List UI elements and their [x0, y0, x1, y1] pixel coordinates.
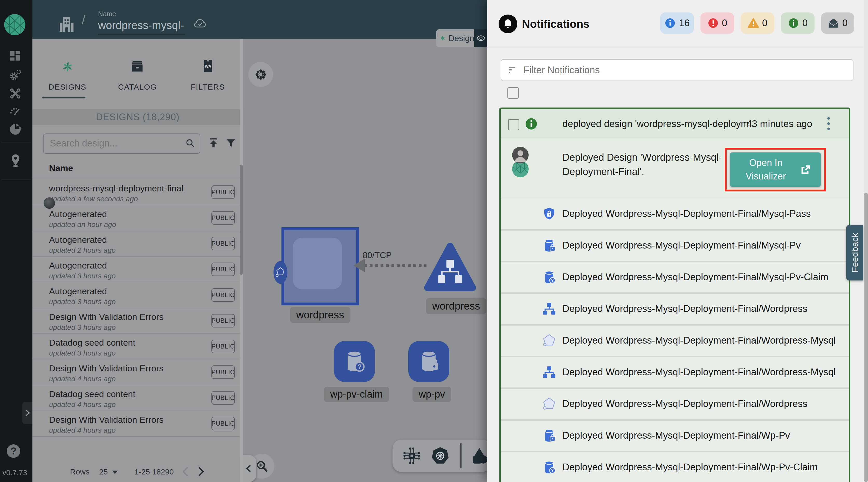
annotation-highlight-box: Open In Visualizer — [725, 148, 826, 191]
design-search-input[interactable] — [49, 137, 175, 150]
notification-summary[interactable]: deployed design 'wordpress-mysql-deploym… — [562, 118, 757, 129]
node-wp-pv[interactable] — [408, 341, 449, 382]
notification-header-row[interactable]: deployed design 'wordpress-mysql-deploym… — [501, 109, 849, 139]
design-updated: updated 4 hours ago — [49, 400, 116, 409]
organization-icon[interactable] — [58, 15, 74, 33]
header-divider — [487, 47, 868, 48]
design-row[interactable]: Datadog seed content updated 4 hours ago… — [32, 385, 240, 411]
notification-event-row[interactable]: Deployed Wordpress-Mysql-Deployment-Fina… — [501, 325, 849, 356]
design-name-input[interactable] — [98, 18, 184, 33]
design-row[interactable]: Design With Validation Errors updated 3 … — [32, 308, 240, 334]
design-spiral-icon — [439, 33, 446, 44]
notification-checkbox[interactable] — [508, 119, 519, 131]
filter-notifications-input[interactable] — [523, 63, 846, 77]
design-row[interactable]: Design With Validation Errors updated 4 … — [32, 410, 240, 436]
design-search-box — [43, 134, 200, 154]
sidebar-item-configuration[interactable] — [8, 87, 24, 102]
edge-arrowhead-icon — [353, 259, 365, 272]
meshery-logo[interactable] — [4, 14, 25, 35]
sidebar-item-performance[interactable] — [8, 105, 24, 119]
filter-designs-icon[interactable] — [225, 138, 237, 149]
badge-warning[interactable]: 0 — [741, 12, 774, 34]
notification-event-row[interactable]: Deployed Wordpress-Mysql-Deployment-Fina… — [501, 294, 849, 324]
notification-event-row[interactable]: Deployed Wordpress-Mysql-Deployment-Fina… — [501, 357, 849, 388]
notification-event-row[interactable]: Deployed Wordpress-Mysql-Deployment-Fina… — [501, 262, 849, 292]
event-text: Deployed Wordpress-Mysql-Deployment-Fina… — [562, 430, 790, 441]
sidebar-expand-handle[interactable] — [22, 402, 32, 424]
select-all-checkbox[interactable] — [507, 87, 519, 99]
node-wordpress-container[interactable] — [281, 227, 359, 305]
design-row[interactable]: Autogenerated updated 3 hours ago PUBLIC — [32, 282, 240, 308]
badge-error[interactable]: 0 — [701, 12, 734, 34]
sidebar-item-kanvas[interactable] — [8, 153, 24, 168]
open-in-visualizer-button[interactable]: Open In Visualizer — [730, 152, 821, 187]
design-row[interactable]: wordpress-mysql-deployment-final updated… — [32, 179, 240, 205]
badge-read[interactable]: 0 — [821, 12, 854, 34]
notification-menu-dots-icon[interactable] — [827, 116, 831, 131]
tab-filters-label: FILTERS — [173, 83, 243, 91]
components-chip-icon[interactable] — [402, 447, 421, 465]
user-avatar[interactable] — [512, 147, 529, 163]
search-icon[interactable] — [185, 138, 196, 149]
design-row[interactable]: Autogenerated updated 2 hours ago PUBLIC — [32, 231, 240, 257]
kubernetes-icon[interactable] — [431, 447, 450, 465]
design-row[interactable]: Autogenerated updated an hour ago PUBLIC — [32, 205, 240, 231]
previous-page-icon[interactable] — [180, 466, 191, 477]
database-question-icon — [542, 460, 556, 474]
sidebar-divider — [2, 179, 31, 179]
shapes-icon[interactable] — [468, 447, 488, 465]
cloud-saved-icon[interactable] — [192, 16, 208, 31]
node-wp-pv-claim[interactable]: ? — [334, 341, 375, 382]
tab-catalog-label: CATALOG — [102, 83, 173, 91]
notification-event-row[interactable]: Deployed Wordpress-Mysql-Deployment-Fina… — [501, 231, 849, 261]
badge-warning-count: 0 — [762, 18, 768, 29]
help-button[interactable]: ? — [7, 444, 20, 458]
badge-success[interactable]: 0 — [781, 12, 814, 34]
notification-time: 43 minutes ago — [747, 118, 812, 129]
design-row[interactable]: Design With Validation Errors updated 4 … — [32, 359, 240, 385]
node-label-wordpress-container[interactable]: wordpress — [290, 307, 350, 323]
pagination-range: 1-25 18290 — [134, 467, 174, 476]
notifications-scrollbar-thumb[interactable] — [864, 193, 868, 482]
chevron-left-icon — [244, 464, 253, 473]
toolbar-divider — [461, 443, 462, 468]
tab-designs[interactable]: DESIGNS — [32, 39, 102, 109]
designs-scrollbar-thumb[interactable] — [240, 165, 243, 275]
sidebar-item-dashboard[interactable] — [8, 49, 24, 64]
node-wordpress-deployment[interactable] — [422, 241, 478, 294]
sidebar-item-extensions[interactable] — [8, 122, 24, 138]
edge-line[interactable] — [364, 264, 427, 267]
warning-triangle-icon — [748, 18, 759, 29]
edge-port-label[interactable]: 80/TCP — [363, 250, 392, 260]
tab-catalog[interactable]: CATALOG — [102, 39, 173, 109]
bell-icon — [502, 18, 514, 30]
node-label-wp-pv-claim[interactable]: wp-pv-claim — [324, 387, 389, 402]
badge-info[interactable]: 16 — [660, 12, 694, 34]
design-row[interactable]: Autogenerated updated 3 hours ago PUBLIC — [32, 256, 240, 282]
tab-filters[interactable]: WA FILTERS — [173, 39, 243, 109]
notification-event-row[interactable]: Deployed Wordpress-Mysql-Deployment-Fina… — [501, 452, 849, 482]
design-updated: updated 3 hours ago — [49, 323, 116, 332]
notification-event-row[interactable]: Deployed Wordpress-Mysql-Deployment-Fina… — [501, 421, 849, 451]
notification-event-row[interactable]: Deployed Wordpress-Mysql-Deployment-Fina… — [501, 199, 849, 229]
design-updated: updated a few seconds ago — [49, 195, 138, 203]
next-page-icon[interactable] — [195, 466, 207, 477]
pv-database-lock-icon — [416, 349, 441, 374]
feedback-tab[interactable]: Feedback — [846, 225, 863, 281]
design-row[interactable]: Datadog seed content updated 3 hours ago… — [32, 334, 240, 360]
node-label-wp-pv[interactable]: wp-pv — [412, 387, 451, 402]
container-pentagon-badge-icon[interactable] — [273, 261, 288, 284]
panel-collapse-handle[interactable] — [241, 455, 256, 482]
column-header-name[interactable]: Name — [49, 163, 73, 173]
chevron-right-icon — [24, 409, 31, 417]
rows-per-page-select[interactable]: 25 — [99, 467, 107, 476]
design-name: Design With Validation Errors — [49, 363, 164, 373]
import-design-icon[interactable] — [208, 137, 219, 149]
notification-event-row[interactable]: Deployed Wordpress-Mysql-Deployment-Fina… — [501, 389, 849, 419]
visualize-mode-button[interactable] — [474, 29, 488, 47]
canvas-dot-menu-button[interactable] — [248, 62, 273, 87]
sidebar-item-lifecycle[interactable] — [8, 68, 24, 83]
design-mode-button[interactable]: Design — [436, 29, 474, 47]
feedback-label: Feedback — [850, 233, 860, 273]
node-label-wordpress-deployment[interactable]: wordpress — [426, 298, 487, 314]
